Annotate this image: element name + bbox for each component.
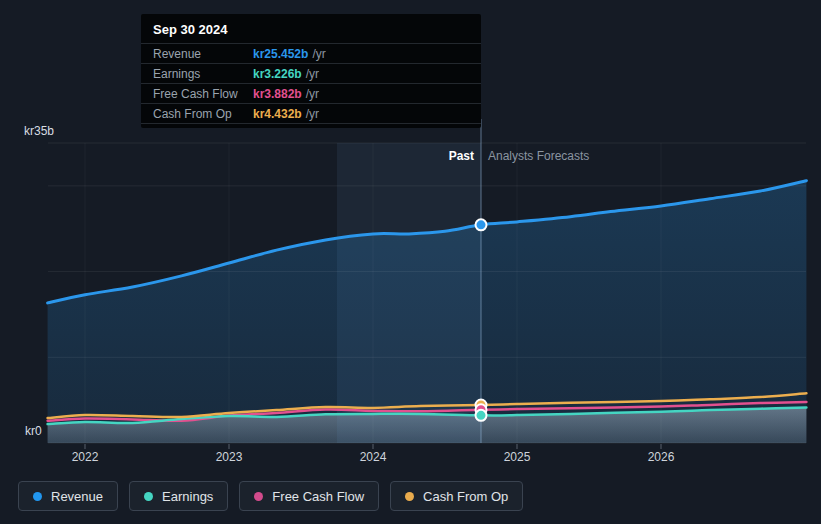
tooltip-row-suffix: /yr	[312, 47, 325, 61]
x-axis-tick-label: 2025	[504, 450, 531, 464]
legend-item-label: Earnings	[162, 489, 213, 504]
tooltip-row: Earningskr3.226b/yr	[141, 64, 481, 84]
tooltip-row-label: Revenue	[153, 47, 253, 61]
tooltip-row-value: kr25.452b	[253, 47, 308, 61]
x-axis-tick-label: 2022	[72, 450, 99, 464]
tooltip-row: Revenuekr25.452b/yr	[141, 44, 481, 64]
legend-item-earnings[interactable]: Earnings	[129, 481, 228, 511]
revenue-marker	[476, 219, 487, 230]
legend: RevenueEarningsFree Cash FlowCash From O…	[18, 481, 523, 511]
past-label: Past	[449, 149, 474, 163]
tooltip-row-label: Earnings	[153, 67, 253, 81]
tooltip-row-value: kr3.882b	[253, 87, 302, 101]
earnings-dot-icon	[144, 492, 153, 501]
highlight-band	[337, 143, 481, 443]
tooltip-date: Sep 30 2024	[141, 14, 481, 44]
tooltip-row-suffix: /yr	[306, 87, 319, 101]
x-axis-tick-label: 2024	[360, 450, 387, 464]
tooltip-row-value: kr3.226b	[253, 67, 302, 81]
tooltip-row-suffix: /yr	[306, 107, 319, 121]
analysts-forecasts-label: Analysts Forecasts	[488, 149, 589, 163]
cash-from-op-dot-icon	[405, 492, 414, 501]
legend-item-label: Revenue	[51, 489, 103, 504]
legend-item-cash-from-op[interactable]: Cash From Op	[390, 481, 523, 511]
tooltip-row-label: Cash From Op	[153, 107, 253, 121]
tooltip-row-suffix: /yr	[306, 67, 319, 81]
legend-item-label: Cash From Op	[423, 489, 508, 504]
earnings-marker	[476, 410, 487, 421]
legend-item-free-cash-flow[interactable]: Free Cash Flow	[239, 481, 379, 511]
financials-chart-panel: kr35b kr0 Past Analysts Forecasts 202220…	[0, 0, 821, 524]
tooltip-row-value: kr4.432b	[253, 107, 302, 121]
legend-item-label: Free Cash Flow	[272, 489, 364, 504]
tooltip-row: Cash From Opkr4.432b/yr	[141, 104, 481, 124]
tooltip-row-label: Free Cash Flow	[153, 87, 253, 101]
tooltip: Sep 30 2024 Revenuekr25.452b/yrEarningsk…	[141, 14, 481, 128]
free-cash-flow-dot-icon	[254, 492, 263, 501]
y-axis-label-max: kr35b	[24, 124, 54, 138]
x-axis-tick-label: 2026	[648, 450, 675, 464]
legend-item-revenue[interactable]: Revenue	[18, 481, 118, 511]
tooltip-row: Free Cash Flowkr3.882b/yr	[141, 84, 481, 104]
revenue-dot-icon	[33, 492, 42, 501]
y-axis-label-zero: kr0	[25, 424, 42, 438]
x-axis-tick-label: 2023	[216, 450, 243, 464]
